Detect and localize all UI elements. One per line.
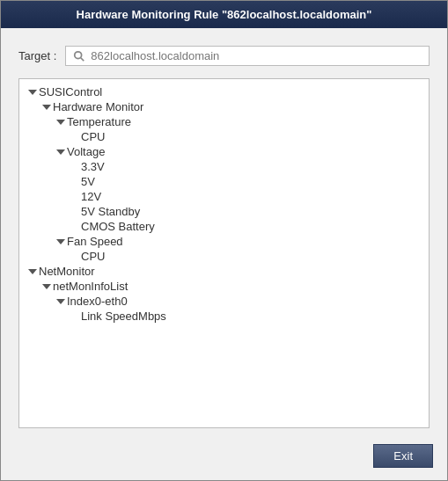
- tree-item-label: 5V Standby: [81, 205, 140, 218]
- tree-item-label: 3.3V: [81, 160, 105, 173]
- arrow-icon: [56, 149, 65, 155]
- exit-button[interactable]: Exit: [373, 444, 433, 468]
- tree-item-label: 12V: [81, 190, 101, 203]
- target-input[interactable]: [91, 49, 422, 62]
- tree-item-label: Link SpeedMbps: [81, 310, 166, 323]
- tree-item-voltage[interactable]: Voltage: [19, 144, 429, 159]
- tree-item-label: CPU: [81, 130, 105, 143]
- tree-container: SUSIControlHardware MonitorTemperatureCP…: [18, 78, 430, 428]
- tree-item-label: NetMonitor: [39, 265, 95, 278]
- tree-item-label: CPU: [81, 250, 105, 263]
- tree-item-label: Hardware Monitor: [53, 100, 143, 113]
- tree-item-index0-eth0[interactable]: Index0-eth0: [19, 294, 429, 309]
- dialog-title: Hardware Monitoring Rule "862localhost.l…: [77, 8, 372, 21]
- tree-item-label: 5V: [81, 175, 95, 188]
- tree-item-fan-speed[interactable]: Fan Speed: [19, 234, 429, 249]
- tree-item-label: Fan Speed: [67, 235, 123, 248]
- target-label: Target :: [18, 49, 56, 62]
- tree-item-label: netMonInfoList: [53, 280, 128, 293]
- tree-item-cpu-fan[interactable]: CPU: [19, 249, 429, 264]
- tree-item-label: Voltage: [67, 145, 105, 158]
- arrow-icon: [28, 269, 37, 274]
- tree-item-v33[interactable]: 3.3V: [19, 159, 429, 174]
- svg-line-1: [81, 57, 84, 61]
- target-input-wrapper: [65, 46, 430, 66]
- search-icon: [73, 50, 85, 62]
- tree-item-label: SUSIControl: [39, 85, 102, 98]
- arrow-icon: [56, 299, 65, 304]
- tree-item-label: Index0-eth0: [67, 295, 128, 308]
- tree-item-hardware-monitor[interactable]: Hardware Monitor: [19, 99, 429, 114]
- dialog-footer: Exit: [1, 437, 447, 480]
- tree-item-cmos-battery[interactable]: CMOS Battery: [19, 219, 429, 234]
- dialog-body: Target : SUSIControlHardware MonitorTemp…: [1, 28, 447, 437]
- tree-item-label: CMOS Battery: [81, 220, 155, 233]
- arrow-icon: [42, 284, 51, 289]
- tree-item-net-monitor[interactable]: NetMonitor: [19, 264, 429, 279]
- tree-item-net-mon-info-list[interactable]: netMonInfoList: [19, 279, 429, 294]
- tree-item-susi-control[interactable]: SUSIControl: [19, 84, 429, 99]
- tree-item-cpu-temp[interactable]: CPU: [19, 129, 429, 144]
- dialog: Hardware Monitoring Rule "862localhost.l…: [0, 0, 448, 481]
- svg-point-0: [75, 51, 82, 58]
- arrow-icon: [56, 239, 65, 244]
- arrow-icon: [28, 90, 37, 95]
- tree-item-v5standby[interactable]: 5V Standby: [19, 204, 429, 219]
- title-bar: Hardware Monitoring Rule "862localhost.l…: [1, 1, 447, 28]
- tree-item-temperature[interactable]: Temperature: [19, 114, 429, 129]
- arrow-icon: [42, 105, 51, 110]
- tree-item-v12[interactable]: 12V: [19, 189, 429, 204]
- tree-scroll[interactable]: SUSIControlHardware MonitorTemperatureCP…: [19, 79, 429, 427]
- tree-item-label: Temperature: [67, 115, 131, 128]
- tree-item-v5[interactable]: 5V: [19, 174, 429, 189]
- arrow-icon: [56, 120, 65, 125]
- target-row: Target :: [18, 46, 430, 66]
- tree-item-link-speed-mbps[interactable]: Link SpeedMbps: [19, 309, 429, 324]
